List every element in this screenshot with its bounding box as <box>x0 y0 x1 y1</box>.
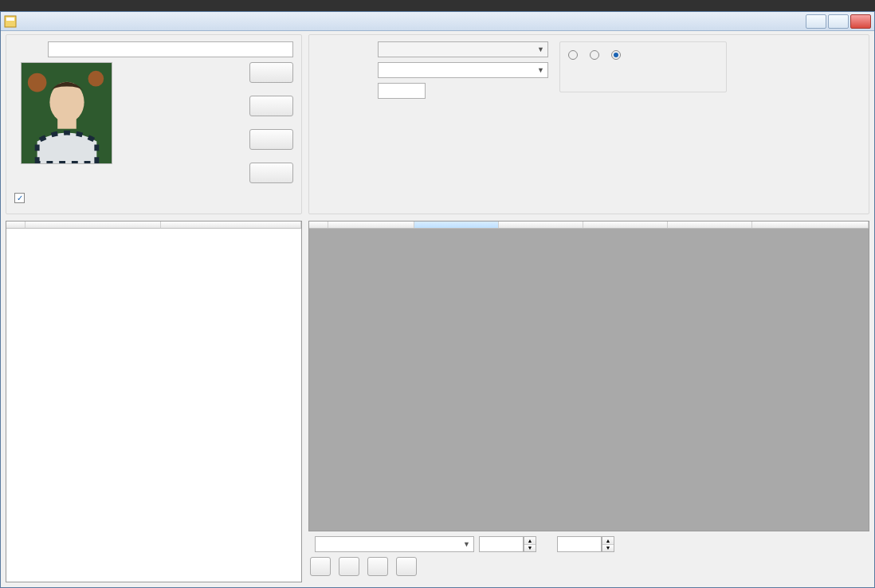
col-trabalhando[interactable] <box>161 221 301 228</box>
employee-data-group: ✓ <box>6 34 302 214</box>
time-range-group: ▼ ▼ <box>308 34 869 214</box>
novo-button[interactable] <box>249 62 293 83</box>
main-window: ✓ ▼ <box>0 11 875 588</box>
col-nome[interactable] <box>26 221 161 228</box>
final-time-input[interactable] <box>557 536 602 552</box>
col-tempo[interactable] <box>668 221 752 228</box>
status-atual-radio[interactable] <box>611 50 625 60</box>
col-data[interactable] <box>414 221 499 228</box>
abrir-arquivos-button[interactable] <box>310 557 331 576</box>
parar-button[interactable] <box>249 163 293 183</box>
inicio-time-input[interactable] <box>479 536 524 552</box>
titlebar[interactable] <box>1 12 874 31</box>
corrigir-button[interactable] <box>396 557 417 576</box>
col-fim[interactable] <box>583 221 668 228</box>
inicio-time-spinner[interactable]: ▲▼ <box>524 536 536 552</box>
background-tab <box>0 0 875 11</box>
svg-rect-1 <box>6 18 14 21</box>
employee-photo[interactable] <box>21 62 112 164</box>
employee-grid[interactable] <box>6 221 302 582</box>
minimize-button[interactable] <box>806 14 826 29</box>
chevron-down-icon: ▼ <box>463 540 470 548</box>
cracha-button[interactable] <box>249 129 293 150</box>
data-final-picker[interactable]: ▼ <box>378 62 548 78</box>
app-icon <box>4 15 17 28</box>
inicio-date-picker[interactable]: ▼ <box>315 536 474 552</box>
svg-rect-6 <box>57 118 77 129</box>
col-pag[interactable] <box>752 221 869 228</box>
name-input[interactable] <box>48 41 293 57</box>
detalhes-button[interactable] <box>339 557 359 576</box>
active-checkbox[interactable]: ✓ <box>14 193 25 203</box>
status-todos-radio[interactable] <box>568 50 582 60</box>
final-time-spinner[interactable]: ▲▼ <box>602 536 614 552</box>
close-button[interactable] <box>850 14 871 29</box>
chevron-down-icon: ▼ <box>537 45 544 53</box>
svg-point-3 <box>28 73 47 92</box>
editar-button[interactable] <box>249 96 293 116</box>
pagar-button[interactable] <box>367 557 388 576</box>
data-inicial-picker[interactable]: ▼ <box>378 41 548 57</box>
maximize-button[interactable] <box>828 14 849 29</box>
chevron-down-icon: ▼ <box>537 66 544 74</box>
status-pagos-radio[interactable] <box>590 50 603 60</box>
col-dia[interactable] <box>328 221 414 228</box>
svg-point-4 <box>88 71 104 87</box>
valor-hora-input[interactable] <box>378 83 426 99</box>
status-group <box>559 41 727 92</box>
col-inicio[interactable] <box>499 221 583 228</box>
hours-grid[interactable] <box>308 221 869 531</box>
